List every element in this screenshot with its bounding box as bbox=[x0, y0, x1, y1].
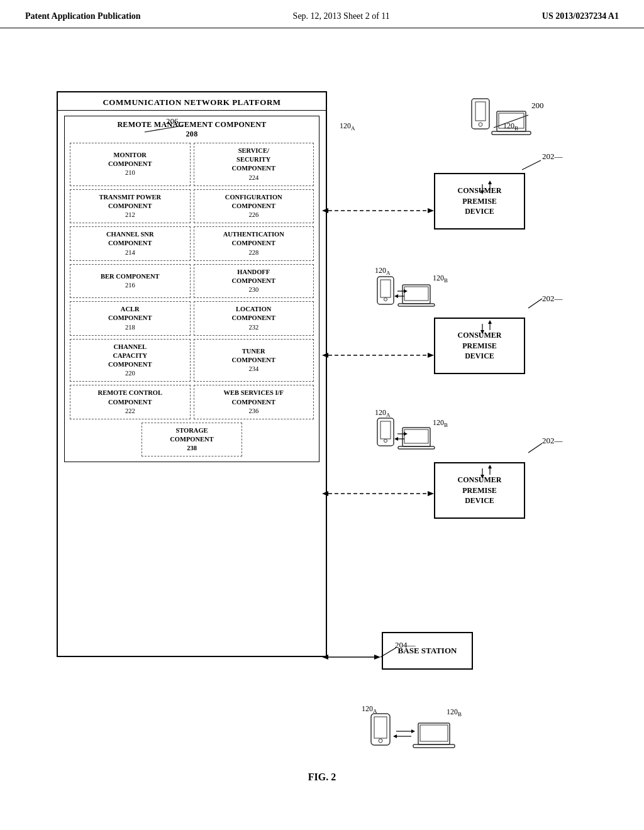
svg-point-26 bbox=[384, 298, 387, 301]
comp-storage: STORAGECOMPONENT238 bbox=[142, 423, 242, 457]
comp-channel-snr: CHANNEL SNRCOMPONENT214 bbox=[70, 226, 191, 261]
comp-monitor: MONITORCOMPONENT210 bbox=[70, 143, 191, 186]
svg-marker-41 bbox=[404, 432, 408, 436]
svg-marker-65 bbox=[393, 734, 397, 738]
svg-marker-7 bbox=[428, 208, 434, 213]
ref-120b-mid: 120B bbox=[433, 274, 448, 284]
base-station-box: BASE STATION bbox=[382, 632, 473, 670]
svg-marker-13 bbox=[428, 491, 434, 496]
svg-rect-25 bbox=[380, 280, 391, 297]
storage-row: STORAGECOMPONENT238 bbox=[70, 423, 314, 457]
comp-channel-capacity: CHANNELCAPACITYCOMPONENT220 bbox=[70, 339, 191, 382]
comp-service-security: SERVICE/SECURITYCOMPONENT224 bbox=[194, 143, 314, 186]
diagram-area: 200 206— 202— 202— 202— 204— 120A 120A 1… bbox=[0, 28, 644, 802]
svg-marker-43 bbox=[394, 437, 398, 441]
svg-rect-19 bbox=[475, 102, 486, 121]
ref-120b-top: 120B bbox=[503, 121, 518, 131]
cpd-box-low: CONSUMERPREMISEDEVICE bbox=[434, 462, 525, 519]
platform-outer-box: COMMUNICATION NETWORK PLATFORM REMOTE MA… bbox=[57, 91, 327, 657]
svg-line-2 bbox=[522, 160, 541, 170]
svg-point-20 bbox=[479, 123, 482, 126]
comp-aclr: ACLRCOMPONENT218 bbox=[70, 301, 191, 336]
svg-rect-60 bbox=[420, 725, 448, 741]
fig-label: FIG. 2 bbox=[308, 772, 336, 783]
ref-202-mid: 202— bbox=[542, 294, 563, 304]
cpd-box-top: CONSUMERPREMISEDEVICE bbox=[434, 173, 525, 230]
comp-ber: BER COMPONENT216 bbox=[70, 264, 191, 299]
svg-marker-33 bbox=[394, 294, 398, 298]
ref-202-top: 202— bbox=[542, 152, 563, 162]
ref-200: 200 bbox=[531, 101, 544, 111]
svg-rect-18 bbox=[472, 99, 489, 129]
ref-120b-bot: 120B bbox=[447, 707, 462, 717]
ref-120a-mid: 120A bbox=[375, 266, 391, 276]
svg-rect-39 bbox=[398, 446, 435, 449]
svg-rect-28 bbox=[404, 287, 428, 301]
svg-rect-29 bbox=[398, 304, 435, 306]
svg-rect-59 bbox=[418, 723, 450, 744]
svg-rect-27 bbox=[402, 285, 430, 304]
comp-handoff: HANDOFFCOMPONENT230 bbox=[194, 264, 314, 299]
ref-120a-top: 120A bbox=[340, 121, 355, 131]
comp-remote-control: REMOTE CONTROLCOMPONENT222 bbox=[70, 385, 191, 419]
svg-rect-38 bbox=[404, 429, 428, 443]
svg-rect-35 bbox=[380, 421, 391, 439]
svg-marker-10 bbox=[428, 353, 434, 358]
comp-transmit-power: TRANSMIT POWERCOMPONENT212 bbox=[70, 189, 191, 224]
ref-202-low: 202— bbox=[542, 436, 563, 446]
ref-120a-bot: 120A bbox=[362, 704, 377, 714]
comp-location: LOCATIONCOMPONENT232 bbox=[194, 301, 314, 336]
cpd-box-mid: CONSUMERPREMISEDEVICE bbox=[434, 318, 525, 374]
svg-rect-56 bbox=[371, 714, 390, 745]
components-grid: MONITORCOMPONENT210 SERVICE/SECURITYCOMP… bbox=[70, 143, 314, 419]
svg-marker-16 bbox=[374, 655, 380, 660]
svg-rect-37 bbox=[402, 428, 430, 446]
svg-rect-34 bbox=[377, 418, 394, 446]
ref-120b-low: 120B bbox=[433, 418, 448, 428]
svg-point-58 bbox=[379, 739, 382, 743]
header-center: Sep. 12, 2013 Sheet 2 of 11 bbox=[293, 11, 390, 21]
comp-authentication: AUTHENTICATIONCOMPONENT228 bbox=[194, 226, 314, 261]
svg-marker-31 bbox=[404, 289, 408, 293]
svg-line-4 bbox=[528, 443, 542, 453]
svg-rect-23 bbox=[492, 131, 531, 135]
svg-marker-63 bbox=[411, 729, 415, 733]
patent-header: Patent Application Publication Sep. 12, … bbox=[0, 0, 644, 28]
svg-line-3 bbox=[528, 299, 542, 308]
rmc-box: REMOTE MANAGEMENT COMPONENT208 MONITORCO… bbox=[64, 116, 319, 462]
comp-tuner: TUNERCOMPONENT234 bbox=[194, 339, 314, 382]
svg-rect-61 bbox=[413, 744, 455, 748]
svg-rect-57 bbox=[374, 717, 387, 738]
platform-title: COMMUNICATION NETWORK PLATFORM bbox=[58, 92, 326, 111]
rmc-title: REMOTE MANAGEMENT COMPONENT208 bbox=[70, 120, 314, 139]
svg-rect-24 bbox=[377, 277, 394, 304]
comp-web-services: WEB SERVICES I/FCOMPONENT236 bbox=[194, 385, 314, 419]
svg-point-36 bbox=[384, 440, 387, 443]
ref-120a-low: 120A bbox=[375, 408, 391, 418]
comp-configuration: CONFIGURATIONCOMPONENT226 bbox=[194, 189, 314, 224]
header-left: Patent Application Publication bbox=[25, 11, 141, 21]
header-right: US 2013/0237234 A1 bbox=[542, 11, 619, 21]
